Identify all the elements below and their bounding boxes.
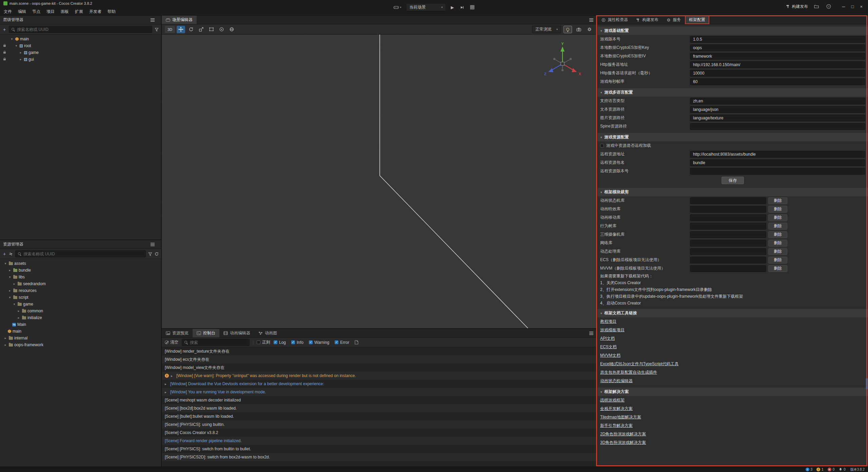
tree-row[interactable]: TSMain xyxy=(0,321,161,328)
delete-button[interactable]: 删除 xyxy=(768,197,787,204)
log-row[interactable]: [Window] render_texture文件夹存在 xyxy=(162,347,597,355)
tree-row[interactable]: ▸common xyxy=(0,308,161,314)
assets-search[interactable] xyxy=(15,250,146,257)
status-warning[interactable]: !1 xyxy=(816,468,824,471)
delete-button[interactable]: 删除 xyxy=(768,223,787,230)
doc-link[interactable]: Tiledmap地图解决方案 xyxy=(600,414,641,420)
remote-load-checkbox[interactable] xyxy=(600,144,604,148)
module-input[interactable] xyxy=(690,231,766,238)
move-tool[interactable] xyxy=(177,26,185,33)
module-input[interactable] xyxy=(690,197,766,204)
module-input[interactable] xyxy=(690,257,766,263)
chevron-right-icon[interactable]: ▸ xyxy=(3,343,7,347)
doc-link[interactable]: 3D角色扮演游戏解决方案 xyxy=(600,440,646,446)
section-header[interactable]: ▾框架文档工具链接 xyxy=(597,309,868,317)
filter-icon[interactable] xyxy=(148,252,152,256)
tree-row[interactable]: main xyxy=(0,328,161,335)
chevron-right-icon[interactable]: ▸ xyxy=(12,282,16,286)
axis-gizmo[interactable]: Y X Z xyxy=(540,42,585,82)
hierarchy-search[interactable] xyxy=(9,26,152,33)
tree-row[interactable]: ▾main xyxy=(0,36,161,42)
rotate-tool[interactable] xyxy=(187,26,195,33)
menu-item[interactable]: 扩展 xyxy=(72,8,86,16)
chevron-right-icon[interactable]: ▸ xyxy=(17,309,21,313)
create-asset-button[interactable]: + xyxy=(2,251,6,257)
export-log-icon[interactable] xyxy=(355,340,358,345)
play-button[interactable]: ▶ xyxy=(449,4,455,11)
log-filter-error[interactable]: Error xyxy=(335,340,349,345)
expand-arrow-icon[interactable]: ▸ xyxy=(171,374,174,378)
chevron-right-icon[interactable]: ▸ xyxy=(19,51,23,54)
refresh-icon[interactable] xyxy=(155,252,159,256)
delete-button[interactable]: 删除 xyxy=(768,206,787,213)
close-button[interactable]: × xyxy=(857,4,865,9)
filter-checkbox[interactable] xyxy=(309,340,313,344)
panel-menu-icon[interactable] xyxy=(147,244,158,245)
folder-icon[interactable] xyxy=(813,4,820,9)
status-bell[interactable]: 0 xyxy=(839,468,846,471)
console-tab[interactable]: 动画编辑器 xyxy=(219,329,254,337)
rect-tool[interactable] xyxy=(207,26,216,33)
log-row[interactable]: [Scene] [bullet]:bullet wasm lib loaded. xyxy=(162,412,597,420)
tree-row[interactable]: ▾game xyxy=(0,301,161,308)
status-info[interactable]: i3 xyxy=(806,468,813,471)
menu-item[interactable]: 开发者 xyxy=(86,8,104,16)
tab-build[interactable]: 构建发布 xyxy=(632,16,663,24)
tree-row[interactable]: ▾script xyxy=(0,294,161,301)
clear-console-button[interactable]: 清空 xyxy=(165,339,178,345)
chevron-down-icon[interactable]: ▾ xyxy=(8,296,12,299)
pivot-toggle[interactable] xyxy=(217,26,226,33)
filter-checkbox[interactable] xyxy=(291,340,295,344)
field-input[interactable] xyxy=(690,168,865,175)
doc-link[interactable]: 全栈开发解决方案 xyxy=(600,406,633,412)
chevron-down-icon[interactable]: ▾ xyxy=(8,275,12,279)
doc-link[interactable]: 教程项目 xyxy=(600,319,616,324)
chevron-right-icon[interactable]: ▸ xyxy=(8,289,12,292)
module-input[interactable] xyxy=(690,214,766,221)
menu-item[interactable]: 面板 xyxy=(58,8,72,16)
gear-icon[interactable] xyxy=(585,26,594,33)
layout-grid-icon[interactable] xyxy=(469,4,476,10)
module-input[interactable] xyxy=(690,223,766,230)
regex-toggle[interactable]: 正则 xyxy=(257,339,270,345)
tree-row[interactable]: ▸internal xyxy=(0,335,161,341)
menu-item[interactable]: 节点 xyxy=(29,8,43,16)
chevron-right-icon[interactable]: ▸ xyxy=(19,58,23,61)
tree-row[interactable]: ▸initialize xyxy=(0,314,161,321)
doc-link[interactable]: 战棋游戏框架 xyxy=(600,397,625,403)
create-node-button[interactable]: + xyxy=(2,27,6,32)
module-input[interactable] xyxy=(690,248,766,255)
log-filter-info[interactable]: Info xyxy=(291,340,303,345)
log-row[interactable]: [Scene] [PHYSICS2D]: switch from box2d-w… xyxy=(162,453,597,461)
scale-tool[interactable] xyxy=(197,26,205,33)
tree-row[interactable]: ▸oops-framework xyxy=(0,341,161,348)
tree-row[interactable]: ▸resources xyxy=(0,287,161,294)
tree-row[interactable]: ▸seedrandom xyxy=(0,280,161,287)
console-tab[interactable]: 资源预览 xyxy=(162,329,193,337)
delete-button[interactable]: 删除 xyxy=(768,257,787,263)
field-input[interactable]: oops xyxy=(690,44,865,51)
chevron-right-icon[interactable]: ▸ xyxy=(17,316,21,319)
log-row[interactable]: [Scene] Forward render pipeline initiali… xyxy=(162,437,597,445)
world-toggle[interactable] xyxy=(228,26,236,33)
tab-inspector[interactable]: 属性检查器 xyxy=(597,16,632,24)
panel-menu-icon[interactable] xyxy=(586,329,597,337)
chevron-right-icon[interactable]: ▸ xyxy=(3,336,7,340)
field-input[interactable]: 1.0.5 xyxy=(690,36,865,43)
filter-icon[interactable] xyxy=(155,27,159,32)
delete-button[interactable]: 删除 xyxy=(768,214,787,221)
log-row[interactable]: [Scene] [PHYSICS]: using builtin. xyxy=(162,420,597,429)
view-mode-select[interactable]: 正常浏览 ▾ xyxy=(532,26,561,33)
light-toggle[interactable] xyxy=(564,26,572,33)
chevron-down-icon[interactable]: ▾ xyxy=(12,302,16,306)
menu-item[interactable]: 编辑 xyxy=(15,8,29,16)
hierarchy-search-input[interactable] xyxy=(17,27,150,32)
section-header[interactable]: ▾游戏资源配置 xyxy=(597,133,868,141)
status-error[interactable]: ×0 xyxy=(828,468,835,471)
delete-button[interactable]: 删除 xyxy=(768,231,787,238)
assets-search-input[interactable] xyxy=(23,252,143,256)
log-row[interactable]: ▸[Window] You are running Vue in develop… xyxy=(162,388,597,396)
console-search-input[interactable] xyxy=(190,340,247,345)
log-row[interactable]: [Scene] Cocos Creator v3.8.2 xyxy=(162,429,597,437)
save-button[interactable]: 保存 xyxy=(722,177,744,184)
